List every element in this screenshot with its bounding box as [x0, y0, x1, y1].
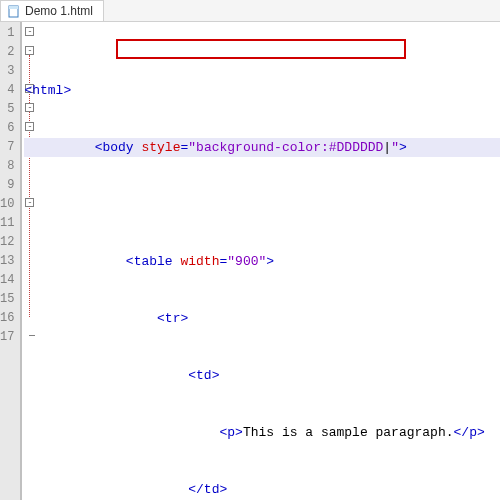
line-number: 17 [0, 328, 14, 347]
code-line: </td> [24, 480, 500, 499]
line-number: 3 [0, 62, 14, 81]
line-number: 8 [0, 157, 14, 176]
line-number: 5 [0, 100, 14, 119]
code-line: <tr> [24, 309, 500, 328]
code-area[interactable]: <html> <body style="background-color:#DD… [22, 22, 500, 500]
code-line: <table width="900"> [24, 252, 500, 271]
line-number: 2 [0, 43, 14, 62]
line-number: 4 [0, 81, 14, 100]
svg-rect-1 [9, 6, 18, 9]
file-icon [7, 5, 20, 18]
line-number: 1 [0, 24, 14, 43]
code-line: <p>This is a sample paragraph.</p> [24, 423, 500, 442]
line-number: 6 [0, 119, 14, 138]
code-line-current: <body style="background-color:#DDDDDD|"> [24, 138, 500, 157]
line-number: 14 [0, 271, 14, 290]
file-tab[interactable]: Demo 1.html [0, 0, 104, 21]
line-number: 11 [0, 214, 14, 233]
line-number: 7 [0, 138, 14, 157]
line-number: 12 [0, 233, 14, 252]
highlight-annotation [116, 39, 406, 59]
code-line [24, 195, 500, 214]
line-number: 13 [0, 252, 14, 271]
code-editor[interactable]: 1 2 3 4 5 6 7 8 9 10 11 12 13 14 15 16 1… [0, 22, 500, 500]
tab-bar: Demo 1.html [0, 0, 500, 22]
text-cursor: | [383, 140, 391, 155]
line-number: 9 [0, 176, 14, 195]
line-number: 16 [0, 309, 14, 328]
code-line: <td> [24, 366, 500, 385]
code-line: <html> [24, 81, 500, 100]
line-number: 10 [0, 195, 14, 214]
tab-filename: Demo 1.html [25, 4, 93, 18]
line-number: 15 [0, 290, 14, 309]
line-number-gutter: 1 2 3 4 5 6 7 8 9 10 11 12 13 14 15 16 1… [0, 22, 21, 500]
